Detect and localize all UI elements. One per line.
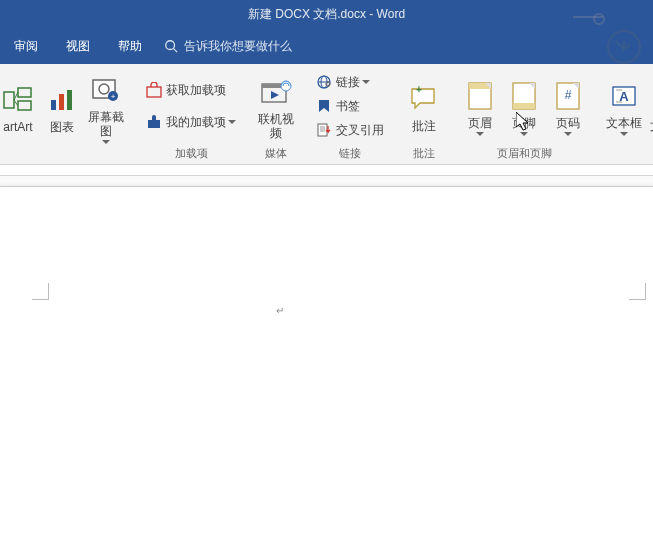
svg-point-0 [166, 41, 175, 50]
tab-label: 审阅 [14, 38, 38, 55]
svg-text:+: + [416, 85, 422, 95]
pagenumber-icon: # [552, 80, 584, 112]
group-label: 媒体 [265, 144, 287, 162]
svg-marker-34 [476, 132, 484, 136]
margin-corner-icon [32, 283, 49, 300]
group-label: 页眉和页脚 [497, 144, 552, 162]
ribbon: artArt 图表 + 屏幕截图 获 [0, 64, 653, 165]
svg-rect-4 [18, 101, 31, 110]
screenshot-button[interactable]: + 屏幕截图 [84, 68, 128, 146]
ruler-area [0, 165, 653, 176]
search-placeholder: 告诉我你想要做什么 [184, 38, 292, 55]
svg-text:#: # [565, 88, 572, 102]
textbox-button[interactable]: A 文本框 [602, 74, 646, 138]
label: 页码 [556, 116, 580, 130]
svg-rect-15 [147, 87, 161, 97]
store-icon [146, 82, 162, 98]
label: 交叉引用 [336, 122, 384, 139]
header-button[interactable]: 页眉 [458, 74, 502, 138]
my-addins-button[interactable]: 我的加载项 [142, 111, 240, 133]
svg-line-1 [174, 49, 178, 53]
label: 文本框 [606, 116, 642, 130]
addins-icon [146, 114, 162, 130]
group-label: 批注 [413, 144, 435, 162]
tell-me-search[interactable]: 告诉我你想要做什么 [164, 38, 292, 55]
group-media: 联机视频 媒体 [248, 64, 304, 164]
label: 获取加载项 [166, 82, 226, 99]
pagenumber-button[interactable]: # 页码 [546, 74, 590, 138]
svg-marker-24 [362, 80, 370, 84]
tab-view[interactable]: 视图 [52, 28, 104, 64]
chevron-down-icon [362, 80, 370, 84]
group-links: 链接 书签 交叉引用 链接 [304, 64, 396, 164]
chart-icon [46, 84, 78, 116]
label: 链接 [336, 74, 360, 91]
watermark-icon [605, 28, 643, 66]
textbox-icon: A [608, 80, 640, 112]
chevron-down-icon [476, 132, 484, 136]
svg-rect-9 [67, 90, 72, 110]
svg-marker-19 [271, 91, 279, 99]
window-title: 新建 DOCX 文档.docx - Word [248, 6, 405, 23]
svg-marker-25 [319, 100, 329, 112]
screenshot-icon: + [90, 74, 122, 106]
label: 我的加载项 [166, 114, 226, 131]
svg-rect-2 [4, 92, 14, 108]
tab-label: 帮助 [118, 38, 142, 55]
chevron-down-icon [228, 120, 236, 124]
bookmark-button[interactable]: 书签 [312, 95, 388, 117]
group-label: 链接 [339, 144, 361, 162]
comment-button[interactable]: + 批注 [402, 77, 446, 135]
search-icon [164, 39, 178, 53]
label: 书签 [336, 98, 360, 115]
group-text: A 文本框 文档部 [596, 64, 653, 164]
chart-button[interactable]: 图表 [40, 78, 84, 136]
tab-review[interactable]: 审阅 [0, 28, 52, 64]
chevron-down-icon [102, 140, 110, 144]
bookmark-icon [316, 98, 332, 114]
document-area[interactable]: ↵ [0, 176, 653, 551]
svg-rect-3 [18, 88, 31, 97]
label: 图表 [50, 120, 74, 134]
svg-text:+: + [111, 92, 116, 101]
footer-button[interactable]: 页脚 [502, 74, 546, 138]
get-addins-button[interactable]: 获取加载项 [142, 79, 240, 101]
link-icon [316, 74, 332, 90]
svg-rect-8 [59, 94, 64, 110]
page[interactable]: ↵ [0, 186, 653, 551]
docparts-button[interactable]: 文档部 [646, 77, 653, 135]
comment-icon: + [408, 83, 440, 115]
chevron-down-icon [564, 132, 572, 136]
crossref-button[interactable]: 交叉引用 [312, 119, 388, 141]
label: 页眉 [468, 116, 492, 130]
header-icon [464, 80, 496, 112]
svg-marker-14 [102, 140, 110, 144]
ribbon-tabs: 审阅 视图 帮助 告诉我你想要做什么 [0, 28, 653, 64]
link-button[interactable]: 链接 [312, 71, 388, 93]
smartart-icon [2, 84, 34, 116]
group-label: 加载项 [175, 144, 208, 162]
video-icon [260, 76, 292, 108]
svg-rect-7 [51, 100, 56, 110]
footer-icon [508, 80, 540, 112]
svg-marker-42 [564, 132, 572, 136]
group-headerfooter: 页眉 页脚 # 页码 页眉和页脚 [452, 64, 596, 164]
margin-corner-icon [629, 283, 646, 300]
label: artArt [3, 120, 32, 134]
group-illustrations: artArt 图表 + 屏幕截图 [0, 64, 134, 164]
svg-rect-36 [513, 103, 535, 109]
tab-label: 视图 [66, 38, 90, 55]
smartart-button[interactable]: artArt [0, 78, 40, 136]
group-comments: + 批注 批注 [396, 64, 452, 164]
svg-marker-38 [520, 132, 528, 136]
group-addins: 获取加载项 我的加载项 加载项 [134, 64, 248, 164]
crossref-icon [316, 122, 332, 138]
label: 联机视频 [256, 112, 296, 140]
svg-marker-16 [228, 120, 236, 124]
online-video-button[interactable]: 联机视频 [254, 70, 298, 142]
title-bar: 新建 DOCX 文档.docx - Word [0, 0, 653, 28]
label: 页脚 [512, 116, 536, 130]
label: 屏幕截图 [86, 110, 126, 138]
chevron-down-icon [520, 132, 528, 136]
tab-help[interactable]: 帮助 [104, 28, 156, 64]
